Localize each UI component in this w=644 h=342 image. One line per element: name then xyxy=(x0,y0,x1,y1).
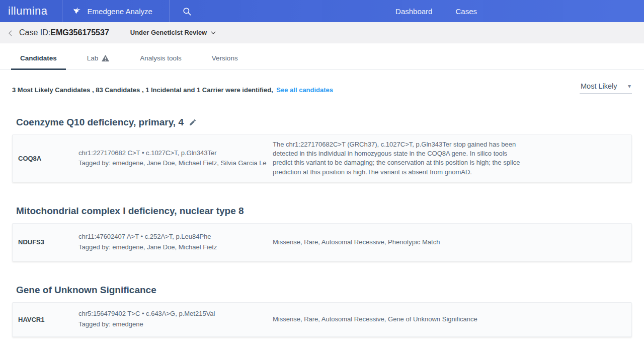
candidate-card[interactable]: COQ8A chr1:227170682 C>T • c.1027C>T, p.… xyxy=(12,134,632,182)
candidate-section: Gene of Unknown Significance HAVCR1 chr5… xyxy=(0,285,644,337)
candidate-section: Mitochondrial complex I deficiency, nucl… xyxy=(0,206,644,261)
candidates-summary: 3 Most Likely Candidates , 83 Candidates… xyxy=(12,86,333,94)
case-status-label: Under Geneticist Review xyxy=(130,29,207,36)
case-bar: Case ID:EMG356175537 Under Geneticist Re… xyxy=(0,22,644,43)
tab-analysis-tools[interactable]: Analysis tools xyxy=(131,50,191,70)
case-id-label: Case ID: xyxy=(19,28,50,37)
variant-info: chr5:156479402 T>C • c.643A>G, p.Met215V… xyxy=(78,309,273,330)
gene-name: COQ8A xyxy=(18,155,78,162)
top-nav: illumina Emedgene Analyze Dashboard Case… xyxy=(0,0,644,22)
candidate-card[interactable]: HAVCR1 chr5:156479402 T>C • c.643A>G, p.… xyxy=(12,302,632,337)
section-title: Gene of Unknown Significance xyxy=(16,285,644,296)
gene-name: NDUFS3 xyxy=(18,238,78,246)
case-id-value: EMG356175537 xyxy=(50,28,109,37)
edit-pencil-icon xyxy=(189,118,197,126)
section-title-text: Gene of Unknown Significance xyxy=(16,285,156,296)
nav-cases[interactable]: Cases xyxy=(455,7,477,16)
tab-label: Versions xyxy=(212,54,238,62)
sort-filter-select[interactable]: Most Likely ▾ xyxy=(580,82,632,94)
dropdown-arrow-icon: ▾ xyxy=(628,83,631,90)
app-switcher[interactable]: Emedgene Analyze xyxy=(62,7,170,16)
warning-triangle-icon xyxy=(101,54,110,62)
tab-lab[interactable]: Lab xyxy=(78,50,119,70)
app-name: Emedgene Analyze xyxy=(88,7,152,16)
back-button[interactable] xyxy=(7,29,17,37)
tagged-by: Tagged by: emedgene, Jane Doe, Michael F… xyxy=(78,158,273,169)
chevron-left-icon xyxy=(7,30,14,37)
search-icon xyxy=(182,7,192,16)
tab-label: Candidates xyxy=(20,54,57,62)
variant-notation: chr5:156479402 T>C • c.643A>G, p.Met215V… xyxy=(78,309,273,319)
section-title-text: Coenzyme Q10 deficiency, primary, 4 xyxy=(16,117,184,128)
see-all-candidates-link[interactable]: See all candidates xyxy=(276,86,333,94)
variant-description: Missense, Rare, Autosomal Recessive, Gen… xyxy=(273,315,520,324)
section-title: Mitochondrial complex I deficiency, nucl… xyxy=(16,206,644,217)
summary-row: 3 Most Likely Candidates , 83 Candidates… xyxy=(0,70,644,94)
hummingbird-icon xyxy=(73,7,83,16)
variant-info: chr11:47602407 A>T • c.252A>T, p.Leu84Ph… xyxy=(78,232,273,253)
tab-label: Analysis tools xyxy=(140,54,182,62)
chevron-down-icon xyxy=(210,30,216,36)
section-title-text: Mitochondrial complex I deficiency, nucl… xyxy=(16,206,244,217)
variant-description: Missense, Rare, Autosomal Recessive, Phe… xyxy=(273,238,520,247)
nav-dashboard[interactable]: Dashboard xyxy=(395,7,432,16)
tab-candidates[interactable]: Candidates xyxy=(11,50,66,70)
variant-info: chr1:227170682 C>T • c.1027C>T, p.Gln343… xyxy=(78,148,273,169)
variant-notation: chr1:227170682 C>T • c.1027C>T, p.Gln343… xyxy=(78,148,273,159)
tab-versions[interactable]: Versions xyxy=(203,50,247,70)
candidate-section: Coenzyme Q10 deficiency, primary, 4 COQ8… xyxy=(0,117,644,182)
top-nav-links: Dashboard Cases xyxy=(395,7,477,16)
search-button[interactable] xyxy=(170,0,192,22)
tab-label: Lab xyxy=(87,54,99,62)
tab-bar: Candidates Lab Analysis tools Versions xyxy=(0,43,644,70)
variant-description: The chr1:227170682C>T (GRCh37), c.1027C>… xyxy=(273,140,520,177)
variant-notation: chr11:47602407 A>T • c.252A>T, p.Leu84Ph… xyxy=(78,232,273,242)
sort-filter-value: Most Likely xyxy=(581,82,617,90)
tagged-by: Tagged by: emedgene, Jane Doe, Michael F… xyxy=(78,242,273,253)
summary-text: 3 Most Likely Candidates , 83 Candidates… xyxy=(12,86,273,94)
edit-section-button[interactable] xyxy=(189,118,197,126)
candidate-card[interactable]: NDUFS3 chr11:47602407 A>T • c.252A>T, p.… xyxy=(12,223,632,261)
section-title: Coenzyme Q10 deficiency, primary, 4 xyxy=(16,117,644,128)
case-status-dropdown[interactable]: Under Geneticist Review xyxy=(130,29,216,36)
gene-name: HAVCR1 xyxy=(18,316,78,323)
tagged-by: Tagged by: emedgene xyxy=(78,319,273,330)
illumina-logo[interactable]: illumina xyxy=(0,5,62,18)
